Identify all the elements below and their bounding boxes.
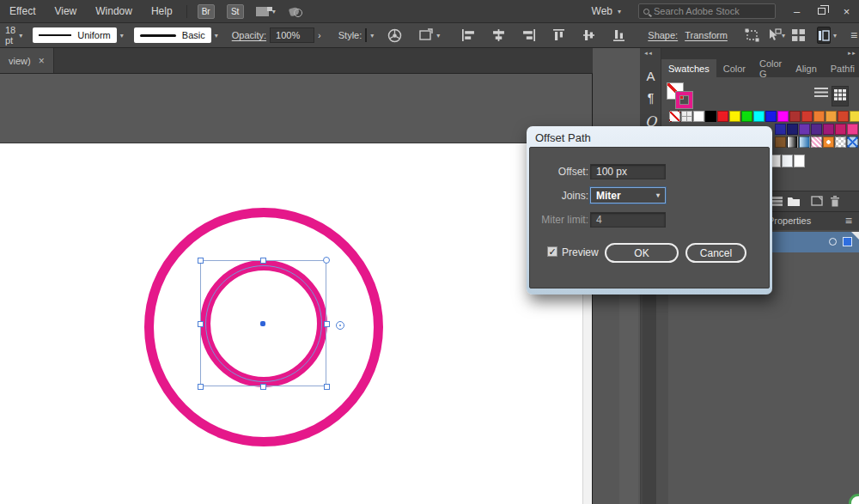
selection-handle-middle-left[interactable]: [198, 321, 204, 327]
stock-button[interactable]: St: [227, 4, 244, 19]
document-tab[interactable]: view) ×: [0, 48, 54, 73]
bridge-button[interactable]: Br: [198, 4, 215, 19]
touch-workspace-icon[interactable]: [289, 4, 302, 18]
align-left-icon[interactable]: [462, 29, 475, 41]
menu-view[interactable]: View: [45, 0, 86, 22]
ok-button[interactable]: OK: [605, 243, 679, 263]
swatch[interactable]: [705, 111, 716, 122]
swatch-libraries-icon[interactable]: [771, 195, 783, 210]
transform-label[interactable]: Transform: [685, 30, 728, 40]
tab-align[interactable]: Align: [789, 59, 823, 77]
selection-handle-top-center[interactable]: [260, 258, 266, 264]
new-swatch-icon[interactable]: [811, 195, 823, 210]
shape-label[interactable]: Shape:: [648, 30, 678, 40]
canvas-area[interactable]: [0, 74, 593, 504]
swatch[interactable]: [775, 124, 786, 135]
selection-handle-top-left[interactable]: [198, 258, 204, 264]
restore-button[interactable]: [809, 0, 834, 22]
menu-help[interactable]: Help: [142, 0, 182, 22]
expand-panels-icon[interactable]: [847, 51, 856, 56]
stroke-pink-swatch[interactable]: [676, 92, 692, 108]
align-bottom-icon[interactable]: [612, 29, 625, 41]
delete-swatch-icon[interactable]: [830, 195, 840, 210]
corner-widget-handle[interactable]: [323, 257, 330, 264]
swatch[interactable]: [811, 137, 822, 148]
stock-search[interactable]: [638, 3, 776, 19]
grid-view-icon[interactable]: [832, 86, 849, 106]
preview-checkbox[interactable]: ✓: [547, 246, 557, 257]
swatch[interactable]: [823, 137, 834, 148]
swatch[interactable]: [753, 111, 765, 122]
swatch[interactable]: [850, 111, 859, 122]
swatch[interactable]: [765, 111, 777, 122]
swatch[interactable]: [813, 111, 825, 122]
menu-effect[interactable]: Effect: [0, 0, 45, 22]
swatch[interactable]: [787, 137, 798, 148]
opacity-label[interactable]: Opacity:: [232, 30, 266, 40]
control-panel-menu-icon[interactable]: [850, 28, 857, 42]
brush-select[interactable]: Basic: [134, 27, 211, 43]
menu-window[interactable]: Window: [86, 0, 142, 22]
swatch[interactable]: [799, 124, 810, 135]
swatch[interactable]: [669, 111, 680, 122]
align-right-icon[interactable]: [522, 29, 535, 41]
selection-handle-bottom-center[interactable]: [260, 384, 266, 390]
swatch[interactable]: [787, 124, 798, 135]
paragraph-panel-icon[interactable]: ¶: [640, 91, 661, 105]
chevron-down-icon[interactable]: ▾: [215, 32, 218, 39]
workspace-grid-icon[interactable]: [792, 29, 805, 41]
swatch[interactable]: [847, 124, 858, 135]
swatch[interactable]: [782, 155, 793, 167]
recolor-artwork-icon[interactable]: [387, 28, 402, 43]
joins-select[interactable]: Miter ▾: [590, 187, 666, 203]
tab-color-guide[interactable]: Color G: [752, 59, 789, 77]
swatch[interactable]: [693, 111, 704, 122]
isolate-selection-icon[interactable]: ▾: [766, 28, 785, 42]
chevron-down-icon[interactable]: ▾: [833, 32, 837, 39]
search-input[interactable]: [654, 6, 765, 16]
swatch[interactable]: [801, 111, 813, 122]
preview-label[interactable]: Preview: [562, 246, 599, 258]
swatch[interactable]: [681, 111, 692, 122]
opacity-field[interactable]: 100%: [270, 27, 314, 43]
swatch[interactable]: [835, 124, 846, 135]
opacity-expander[interactable]: ›: [318, 30, 321, 40]
tab-pathfinder[interactable]: Pathfi: [824, 59, 859, 77]
swatch[interactable]: [847, 137, 858, 148]
close-button[interactable]: ×: [834, 0, 859, 22]
swatch[interactable]: [794, 155, 805, 167]
align-top-icon[interactable]: [552, 29, 565, 41]
swatch[interactable]: [835, 137, 846, 148]
swatch[interactable]: [838, 111, 849, 122]
swatch[interactable]: [729, 111, 740, 122]
swatch[interactable]: [799, 137, 810, 148]
chevron-down-icon[interactable]: ▾: [120, 32, 124, 39]
rotate-widget-icon[interactable]: [336, 321, 344, 330]
chevron-down-icon[interactable]: ▾: [19, 32, 22, 39]
swatch[interactable]: [823, 124, 834, 135]
align-middle-icon[interactable]: [582, 29, 595, 41]
workspace-switcher[interactable]: Web ▾: [583, 5, 630, 17]
collapse-panels-icon[interactable]: [643, 51, 652, 56]
list-view-icon[interactable]: [814, 86, 828, 101]
selection-handle-middle-right[interactable]: [324, 321, 330, 327]
swatch[interactable]: [789, 111, 801, 122]
swatch[interactable]: [811, 124, 822, 135]
offset-input[interactable]: 100 px: [590, 164, 666, 179]
align-center-icon[interactable]: [492, 29, 505, 41]
tab-color[interactable]: Color: [716, 59, 752, 77]
arrange-documents-button[interactable]: ▾: [256, 7, 276, 16]
character-panel-icon[interactable]: A: [640, 69, 661, 83]
style-swatch[interactable]: [365, 28, 367, 42]
swatch[interactable]: [775, 137, 786, 148]
swatch-folder-icon[interactable]: [787, 195, 801, 210]
cancel-button[interactable]: Cancel: [685, 243, 746, 263]
selection-center-point[interactable]: [260, 321, 265, 326]
tab-swatches[interactable]: Swatches: [661, 59, 716, 77]
panel-dock-toggle[interactable]: [817, 27, 831, 44]
swatch[interactable]: [741, 111, 752, 122]
selection-handle-bottom-left[interactable]: [198, 384, 204, 390]
chevron-down-icon[interactable]: ▾: [370, 32, 374, 39]
swatch[interactable]: [777, 111, 789, 122]
swatch[interactable]: [825, 111, 837, 122]
